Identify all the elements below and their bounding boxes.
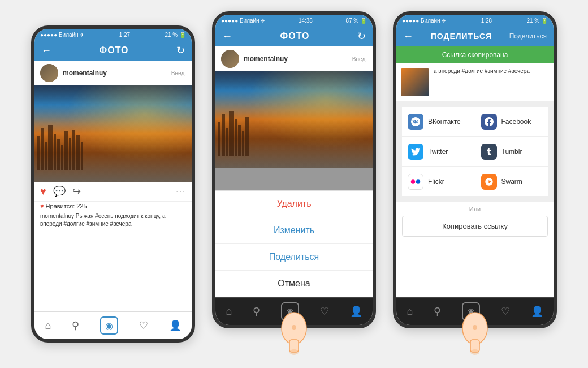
timestamp-2: Внед.	[352, 56, 367, 62]
tree-12	[81, 142, 83, 170]
nav-profile-3[interactable]: 👤	[531, 305, 543, 318]
share-flickr-3[interactable]: Flickr	[402, 167, 475, 196]
refresh-button-2[interactable]: ↻	[357, 30, 366, 42]
share-or-3: Или	[396, 202, 554, 216]
post-image-2	[215, 71, 373, 168]
battery-3: 21 % 🔋	[526, 18, 548, 24]
comment-button-1[interactable]: 💬	[53, 185, 66, 198]
nav-home-3[interactable]: ⌂	[407, 306, 413, 318]
nav-camera-1[interactable]: ◉	[100, 316, 118, 335]
battery-1: 21 % 🔋	[165, 32, 186, 38]
success-banner-3: Ссылка скопирована	[396, 46, 554, 63]
tree-7	[61, 145, 63, 170]
tree-2-3	[226, 128, 228, 156]
header-title-3: ПОДЕЛИТЬСЯ	[431, 32, 492, 41]
copy-link-button-3[interactable]: Копировать ссылку	[402, 216, 548, 237]
hand-pointer-3	[452, 311, 498, 357]
nav-heart-3[interactable]: ♡	[501, 305, 510, 318]
nav-search-2[interactable]: ⚲	[253, 305, 260, 318]
fb-icon-3	[481, 114, 497, 130]
phone-1: ●●●●● Билайн ✈ 1:27 21 % 🔋 ← ФОТО ↻ mome…	[31, 25, 195, 343]
status-left-1: ●●●●● Билайн ✈	[40, 32, 84, 38]
tree-9	[69, 138, 71, 170]
heart-icon-1: ♥	[40, 203, 44, 209]
avatar-img-2	[221, 50, 239, 68]
nav-search-1[interactable]: ⚲	[72, 319, 79, 332]
header-2: ← ФОТО ↻	[215, 26, 373, 46]
tree-4	[48, 125, 53, 170]
nav-home-1[interactable]: ⌂	[45, 320, 51, 332]
nav-heart-1[interactable]: ♡	[139, 319, 148, 332]
caption-text-1: momentalnuy Рыжая #осень подходит к конц…	[40, 213, 165, 227]
nav-home-2[interactable]: ⌂	[226, 306, 232, 318]
tree-6	[57, 139, 60, 170]
tree-10	[72, 130, 75, 170]
user-row-1: momentalnuy Внед.	[34, 61, 192, 85]
svg-point-9	[473, 325, 477, 330]
tree-2-6	[238, 125, 241, 156]
menu-delete-2[interactable]: Удалить	[215, 191, 373, 217]
tree-2	[41, 128, 44, 170]
tree-2-5	[235, 119, 237, 156]
tumblr-label-3: Tumblr	[501, 148, 522, 156]
tumblr-icon-3	[481, 144, 497, 160]
avatar-1	[40, 64, 58, 82]
refresh-button-1[interactable]: ↻	[176, 44, 185, 57]
trees-2	[215, 111, 373, 156]
flickr-icon-3	[408, 174, 423, 190]
battery-2: 87 % 🔋	[345, 18, 367, 24]
phone-1-wrapper: ●●●●● Билайн ✈ 1:27 21 % 🔋 ← ФОТО ↻ mome…	[31, 25, 195, 343]
fb-label-3: Facebook	[501, 118, 531, 126]
tree-11	[76, 135, 80, 170]
menu-sheet-2: Удалить Изменить Поделиться Отмена	[215, 190, 373, 297]
tree-2-4	[229, 111, 234, 156]
tree-2-7	[242, 131, 244, 156]
menu-edit-2[interactable]: Изменить	[215, 217, 373, 244]
share-twitter-3[interactable]: Twitter	[402, 137, 475, 166]
tree-8	[64, 131, 68, 170]
menu-share-2[interactable]: Поделиться	[215, 244, 373, 271]
menu-cancel-2[interactable]: Отмена	[215, 271, 373, 297]
more-button-1[interactable]: ···	[176, 187, 186, 196]
time-1: 1:27	[119, 32, 130, 38]
tree-2-1	[218, 122, 220, 156]
svg-point-8	[470, 349, 479, 355]
phone-2-wrapper: ●●●●● Билайн ✈ 14:38 87 % 🔋 ← ФОТО ↻ mom…	[212, 11, 376, 357]
svg-point-4	[411, 179, 416, 184]
share-button-1[interactable]: ↪	[72, 185, 81, 198]
nav-heart-2[interactable]: ♡	[320, 305, 329, 318]
status-bar-3: ●●●●● Билайн ✈ 1:28 21 % 🔋	[396, 15, 554, 26]
header-title-2: ФОТО	[280, 31, 310, 41]
like-button-1[interactable]: ♥	[40, 186, 46, 198]
nav-profile-2[interactable]: 👤	[350, 305, 362, 318]
phone-3: ●●●●● Билайн ✈ 1:28 21 % 🔋 ← ПОДЕЛИТЬСЯ …	[393, 11, 557, 328]
swarm-label-3: Swarm	[501, 178, 522, 186]
share-thumb-3	[401, 68, 429, 96]
nav-profile-1[interactable]: 👤	[169, 319, 181, 332]
time-2: 14:38	[299, 18, 313, 24]
menu-overlay-2[interactable]	[215, 168, 373, 190]
user-row-2: momentalnuy Внед.	[215, 46, 373, 71]
action-bar-1: ♥ 💬 ↪ ···	[34, 182, 192, 202]
svg-point-2	[289, 349, 299, 355]
back-button-1[interactable]: ←	[41, 45, 51, 57]
share-tumblr-3[interactable]: Tumblr	[475, 137, 548, 166]
share-vk-3[interactable]: ВКонтакте	[402, 107, 475, 136]
content-1: momentalnuy Внед.	[34, 61, 192, 311]
nav-search-3[interactable]: ⚲	[434, 305, 441, 318]
trees-1	[34, 125, 192, 170]
twitter-label-3: Twitter	[428, 148, 448, 156]
status-left-2: ●●●●● Билайн ✈	[221, 18, 265, 24]
share-swarm-3[interactable]: Swarm	[475, 167, 548, 196]
share-fb-3[interactable]: Facebook	[475, 107, 548, 136]
vk-icon-3	[408, 114, 423, 130]
header-subtitle-3: Поделиться	[509, 32, 547, 40]
back-button-3[interactable]: ←	[403, 31, 413, 42]
avatar-img-1	[40, 64, 58, 82]
back-button-2[interactable]: ←	[222, 31, 232, 42]
bottom-nav-1: ⌂ ⚲ ◉ ♡ 👤	[34, 311, 192, 339]
post-image-1	[34, 85, 192, 182]
tree-2-2	[222, 114, 225, 156]
vk-label-3: ВКонтакте	[428, 118, 461, 126]
content-3: Ссылка скопирована а впереди #долгие #зи…	[396, 46, 554, 297]
